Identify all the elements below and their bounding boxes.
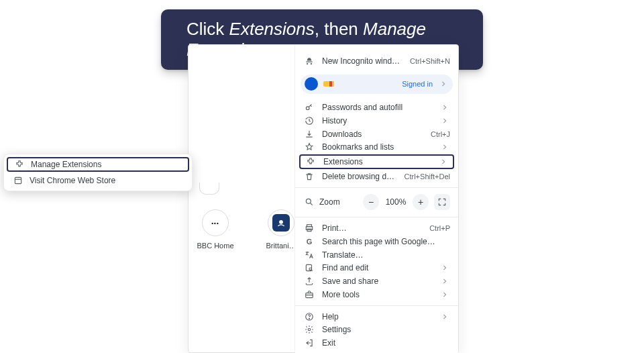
chrome-screenshot: ••• BBC Home Brittani… Manage Extensions	[188, 44, 459, 353]
profile-name-blurred	[323, 81, 350, 87]
menu-item-label: Print…	[322, 223, 421, 233]
chevron-right-icon	[442, 105, 450, 110]
svg-point-12	[308, 329, 311, 332]
menu-item-label: Settings	[322, 325, 450, 334]
chevron-right-icon	[442, 265, 450, 270]
menu-separator	[295, 187, 458, 188]
menu-item-bookmarks[interactable]: Bookmarks and lists	[295, 140, 458, 154]
menu-item-label: Extensions	[323, 157, 433, 166]
key-icon	[305, 103, 314, 112]
shortcut-label: BBC Home	[197, 242, 233, 250]
chevron-right-icon	[441, 159, 449, 164]
menu-item-label: Passwords and autofill	[322, 103, 434, 112]
menu-item-delete-browsing-data[interactable]: Delete browsing data… Ctrl+Shift+Del	[295, 170, 458, 183]
bbc-icon: •••	[202, 209, 229, 236]
banner-text-1: Click	[186, 19, 229, 39]
menu-item-save-share[interactable]: Save and share	[295, 274, 458, 288]
menu-separator	[295, 217, 458, 217]
chevron-right-icon	[442, 144, 450, 150]
find-icon	[305, 263, 314, 272]
webstore-icon	[13, 176, 23, 185]
svg-point-0	[279, 220, 283, 224]
extension-icon	[15, 160, 24, 169]
svg-point-3	[306, 199, 311, 204]
menu-item-profile[interactable]: Signed in	[301, 74, 453, 95]
menu-item-shortcut: Ctrl+J	[431, 130, 450, 138]
menu-item-label: More tools	[322, 290, 434, 299]
fullscreen-button[interactable]	[434, 194, 450, 210]
google-icon: G	[305, 237, 314, 246]
menu-item-settings[interactable]: Settings	[295, 323, 458, 336]
brit-icon	[272, 214, 290, 232]
menu-item-translate[interactable]: Translate…	[295, 248, 458, 262]
banner-text-2: , then	[315, 19, 363, 39]
submenu-item-label: Visit Chrome Web Store	[30, 176, 182, 185]
star-icon	[305, 142, 314, 152]
menu-item-label: Help	[322, 312, 434, 321]
menu-separator	[295, 305, 458, 306]
toolbox-icon	[305, 290, 314, 299]
zoom-out-button[interactable]: −	[363, 194, 379, 210]
print-icon	[305, 223, 314, 233]
shortcut-tile-bbc[interactable]: ••• BBC Home	[195, 209, 235, 250]
submenu-item-web-store[interactable]: Visit Chrome Web Store	[4, 173, 192, 188]
menu-item-find[interactable]: Find and edit	[295, 261, 458, 274]
menu-item-search-google[interactable]: G Search this page with Google…	[295, 235, 458, 248]
svg-rect-1	[15, 177, 21, 183]
menu-item-print[interactable]: Print… Ctrl+P	[295, 221, 458, 235]
menu-item-label: Bookmarks and lists	[322, 142, 434, 152]
menu-item-shortcut: Ctrl+P	[429, 224, 450, 232]
shortcut-tiles-row: ••• BBC Home Brittani…	[195, 209, 301, 250]
partial-shortcut-fragment	[199, 183, 219, 195]
menu-item-label: History	[322, 116, 434, 125]
signed-in-label: Signed in	[402, 80, 435, 88]
zoom-label: Zoom	[319, 197, 358, 207]
menu-item-label: Downloads	[322, 130, 423, 139]
menu-item-history[interactable]: History	[295, 114, 458, 128]
zoom-icon	[305, 197, 314, 207]
banner-em-extensions: Extensions	[229, 19, 315, 39]
extensions-submenu: Manage Extensions Visit Chrome Web Store	[3, 154, 193, 191]
menu-item-extensions[interactable]: Extensions	[299, 154, 454, 169]
gear-icon	[305, 325, 314, 334]
menu-item-help[interactable]: Help	[295, 310, 458, 323]
submenu-item-manage-extensions[interactable]: Manage Extensions	[7, 157, 189, 172]
menu-item-incognito[interactable]: New Incognito window Ctrl+Shift+N	[295, 54, 458, 68]
brit-icon-wrap	[268, 209, 294, 236]
translate-icon	[305, 250, 314, 260]
chevron-right-icon	[442, 314, 450, 319]
menu-item-label: Search this page with Google…	[322, 237, 450, 246]
download-icon	[305, 130, 314, 139]
chevron-right-icon	[442, 292, 450, 297]
share-icon	[305, 276, 314, 286]
chevron-right-icon	[442, 118, 450, 123]
avatar	[305, 77, 318, 91]
chevron-right-icon	[441, 81, 446, 87]
help-icon	[305, 312, 314, 321]
history-icon	[305, 116, 314, 125]
zoom-in-button[interactable]: +	[413, 194, 429, 210]
menu-item-shortcut: Ctrl+Shift+N	[410, 57, 450, 65]
menu-item-shortcut: Ctrl+Shift+Del	[405, 172, 450, 181]
trash-icon	[305, 172, 314, 181]
menu-item-label: Save and share	[322, 276, 434, 286]
extension-icon	[306, 157, 315, 166]
zoom-value: 100%	[384, 197, 407, 207]
exit-icon	[305, 338, 314, 348]
submenu-item-label: Manage Extensions	[31, 160, 181, 169]
shortcut-label: Brittani…	[266, 242, 296, 250]
menu-item-label: Delete browsing data…	[322, 172, 396, 181]
menu-item-downloads[interactable]: Downloads Ctrl+J	[295, 128, 458, 141]
menu-item-passwords[interactable]: Passwords and autofill	[295, 101, 458, 114]
svg-point-2	[306, 107, 309, 110]
menu-item-label: Find and edit	[322, 263, 434, 272]
svg-point-11	[309, 318, 310, 319]
menu-item-label: Translate…	[322, 250, 450, 260]
menu-item-label: New Incognito window	[322, 56, 402, 66]
menu-item-label: Exit	[322, 338, 450, 348]
chevron-right-icon	[442, 279, 450, 284]
menu-item-zoom: Zoom − 100% +	[295, 192, 458, 213]
incognito-icon	[305, 56, 314, 66]
menu-item-more-tools[interactable]: More tools	[295, 288, 458, 301]
menu-item-exit[interactable]: Exit	[295, 336, 458, 350]
